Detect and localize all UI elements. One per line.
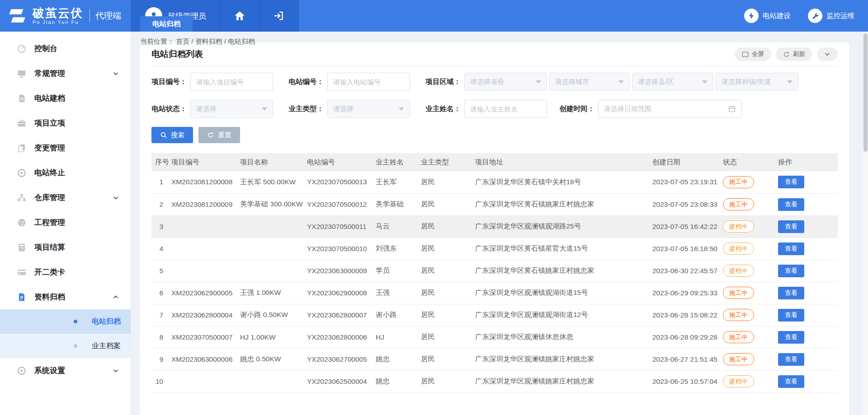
status-badge: 施工中 <box>723 198 754 210</box>
sidebar-item-engineering-management[interactable]: 工程管理 <box>0 210 131 235</box>
fullscreen-button[interactable]: 全屏 <box>735 47 771 61</box>
briefcase-icon <box>17 118 27 128</box>
brand: 破茧云伏 Po Jian Yun Fu 代理端 <box>0 0 131 32</box>
brand-divider <box>90 9 90 22</box>
table-row: 2 XM2023081200009 美学基础 300.00KW YX202307… <box>151 193 838 215</box>
station-status-select[interactable]: 请选择 <box>190 100 273 118</box>
status-badge: 施工中 <box>723 287 754 299</box>
station-no-input[interactable] <box>327 73 410 91</box>
region-label: 项目区域： <box>425 77 461 87</box>
owner-type-label: 业主类型： <box>288 104 324 114</box>
sidebar-item-data-archive[interactable]: 资料归档 <box>0 284 131 309</box>
status-badge: 施工中 <box>723 309 754 321</box>
station-archive-panel: 电站归档列表 全屏 刷新 <box>140 42 849 415</box>
copy-pages-icon <box>17 143 27 153</box>
sidebar-item-system-settings[interactable]: 系统设置 <box>0 358 131 383</box>
table-row: 10 YX2023062500004 姚忠 居民 广东深圳龙华区观澜镇姚家庄村姚… <box>151 370 838 392</box>
topbar: 破茧云伏 Po Jian Yun Fu 代理端 超级管理员 <box>0 0 868 32</box>
breadcrumb-home[interactable]: 首页 <box>176 37 189 45</box>
view-button[interactable]: 查看 <box>778 220 804 233</box>
archive-document-icon <box>17 292 27 302</box>
scrollbar-thumb[interactable] <box>863 33 868 152</box>
brand-logo-icon <box>7 6 28 25</box>
sidebar-item-project-settlement[interactable]: 项目结算 <box>0 235 131 260</box>
topbar-right: 电站建设 监控运维 <box>744 0 868 32</box>
project-no-label: 项目编号： <box>151 77 187 87</box>
table-row: 9 XM2023063000006 姚忠 0.50KW YX2023062700… <box>151 348 838 370</box>
status-badge: 建档中 <box>723 265 754 277</box>
logout-button[interactable] <box>259 0 299 32</box>
calendar-icon <box>728 105 736 113</box>
breadcrumb-prefix: 当前位置： <box>140 37 174 45</box>
target-icon <box>17 168 27 178</box>
refresh-icon <box>783 51 790 58</box>
caret-down-icon <box>536 80 541 84</box>
view-button[interactable]: 查看 <box>778 242 804 255</box>
refresh-button[interactable]: 刷新 <box>776 47 812 61</box>
chevron-down-icon <box>113 195 119 201</box>
sidebar-item-console[interactable]: 控制台 <box>0 36 131 61</box>
create-time-label: 创建时间： <box>559 104 594 114</box>
monitor-icon <box>17 69 27 79</box>
sidebar-item-general-management[interactable]: 常规管理 <box>0 61 131 86</box>
view-button[interactable]: 查看 <box>778 375 804 388</box>
sidebar-item-station-filing[interactable]: 电站建档 <box>0 86 131 111</box>
county-select[interactable]: 请选择县/区 <box>632 73 713 91</box>
owner-name-input[interactable] <box>464 100 547 118</box>
brand-subtitle: Po Jian Yun Fu <box>33 19 83 25</box>
sidebar-item-station-termination[interactable]: 电站终止 <box>0 160 131 185</box>
caret-down-icon <box>702 80 708 84</box>
home-icon <box>234 10 245 22</box>
collapse-button[interactable] <box>817 47 838 61</box>
view-button[interactable]: 查看 <box>778 176 804 188</box>
breadcrumb-section[interactable]: 资料归档 <box>195 37 222 45</box>
view-button[interactable]: 查看 <box>778 265 804 277</box>
sidebar-item-second-class-card[interactable]: 开二类卡 <box>0 260 131 284</box>
reset-button[interactable]: 重置 <box>198 127 240 143</box>
sidebar-subitem-station-archive[interactable]: 电站归档 <box>0 309 131 334</box>
breadcrumb-page[interactable]: 电站归档 <box>228 37 255 45</box>
sidebar-item-warehouse-management[interactable]: 仓库管理 <box>0 185 131 210</box>
view-button[interactable]: 查看 <box>778 309 804 322</box>
province-select[interactable]: 请选择省份 <box>464 73 547 91</box>
caret-down-icon <box>618 80 624 84</box>
status-badge: 施工中 <box>723 331 754 343</box>
status-badge: 建档中 <box>723 242 754 255</box>
sidebar-subitem-owner-archive[interactable]: 业主档案 <box>0 334 131 358</box>
document-icon <box>17 93 27 103</box>
status-badge: 建档中 <box>723 375 754 387</box>
settings-target-icon <box>17 366 27 376</box>
owner-name-label: 业主姓名： <box>425 104 461 114</box>
page-scrollbar[interactable] <box>863 32 868 415</box>
view-button[interactable]: 查看 <box>778 198 804 211</box>
city-select[interactable]: 请选择城市 <box>549 73 630 91</box>
station-status-label: 电站状态： <box>151 104 187 114</box>
lightning-icon <box>744 9 759 23</box>
home-button[interactable] <box>220 0 259 32</box>
portal-label: 代理端 <box>95 10 121 22</box>
view-button[interactable]: 查看 <box>778 331 804 344</box>
town-select[interactable]: 请选择村镇/街道 <box>716 73 798 91</box>
sidebar-item-change-management[interactable]: 变更管理 <box>0 135 131 160</box>
date-range-input[interactable]: 请选择日期范围 <box>598 100 742 118</box>
sidebar-item-project-initiation[interactable]: 项目立项 <box>0 111 131 135</box>
caret-down-icon <box>399 107 404 111</box>
tab-station-archive[interactable]: 电站归档 <box>140 16 193 32</box>
view-button[interactable]: 查看 <box>778 353 804 366</box>
monitor-ops-link[interactable]: 监控运维 <box>808 9 854 23</box>
table-row-hovered: 3 YX2023070500011 马云 居民 广东深圳龙华区观澜镇观湖路25号… <box>151 215 838 238</box>
sitemap-icon <box>17 193 27 203</box>
table-row: 6 XM2023062900005 王强 1.00KW YX2023062900… <box>151 282 838 304</box>
station-build-link[interactable]: 电站建设 <box>744 9 791 23</box>
search-button[interactable]: 搜索 <box>151 127 193 143</box>
fullscreen-icon <box>742 51 749 57</box>
calculator-icon <box>17 242 27 252</box>
project-no-input[interactable] <box>190 73 273 91</box>
caret-down-icon <box>262 107 267 111</box>
sidebar: 控制台 常规管理 电站建档 项目立项 变更管理 <box>0 32 131 415</box>
status-badge: 建档中 <box>723 220 754 233</box>
station-no-label: 电站编号： <box>288 77 324 87</box>
bank-card-icon <box>17 267 27 277</box>
view-button[interactable]: 查看 <box>778 287 804 299</box>
owner-type-select[interactable]: 请选择 <box>327 100 410 118</box>
